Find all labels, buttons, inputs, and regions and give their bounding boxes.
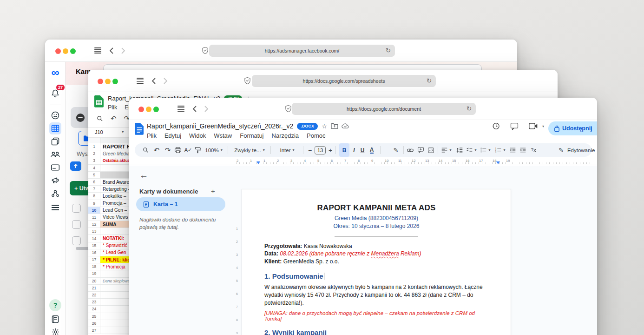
line-spacing-icon[interactable] [455,143,464,157]
paint-format-icon[interactable] [193,143,202,157]
decrease-font-icon[interactable]: − [307,143,313,157]
comments-icon[interactable] [510,122,519,130]
menu-widok[interactable]: Widok [189,132,206,139]
horizontal-ruler[interactable]: 2112345678910111213141516171819 [129,158,597,165]
docs-doc-title[interactable]: Raport_kampanii_GreenMedia_styczeń_2026r… [147,122,349,130]
reload-icon[interactable]: ↻ [467,103,472,115]
cell-reference[interactable]: J10 [95,129,103,135]
fb-row-checkbox[interactable] [72,204,81,213]
row-number[interactable]: 27 [88,327,100,334]
indent-marker-left[interactable] [256,161,260,164]
row-number[interactable]: 8 [88,193,100,200]
tab-karta-1[interactable]: Karta – 1 [136,197,225,211]
indent-marker-right[interactable] [496,161,500,164]
insert-image-icon[interactable] [427,143,435,157]
reports-notebook-icon[interactable] [49,313,61,325]
select-all-corner[interactable] [88,138,100,143]
row-number[interactable]: 15 [88,242,100,249]
row-number[interactable]: 22 [88,292,100,299]
menu-pomoc[interactable]: Pomoc [307,132,325,139]
document-page[interactable]: RAPORT KAMPANII META ADS Green Media (88… [242,189,511,335]
zoom-select[interactable]: 100% ▾ [203,143,225,157]
add-comment-icon[interactable] [416,143,425,157]
menu-wstaw[interactable]: Wstaw [214,132,232,139]
fb-folder-button[interactable] [70,161,82,173]
zoom-window-button[interactable] [112,79,118,84]
text-color-button[interactable]: A [368,143,375,157]
bulleted-list-select[interactable]: ▾ [480,143,492,157]
back-arrow-icon[interactable]: ← [139,170,148,181]
highlight-pen-icon[interactable]: ✎ [391,143,401,157]
share-button[interactable]: Udostępnij [548,121,597,135]
row-number[interactable]: 10 [88,207,100,214]
search-icon[interactable] [97,115,103,122]
spellcheck-icon[interactable]: A✓ [183,143,193,157]
row-number[interactable]: 6 [88,179,100,186]
forward-icon[interactable] [163,77,168,85]
cloud-saved-icon[interactable] [342,123,349,129]
ads-manager-home-icon[interactable] [49,109,61,121]
increase-indent-icon[interactable] [519,143,527,157]
row-number[interactable]: 20 [88,278,100,285]
privacy-shield-icon[interactable] [243,76,251,85]
back-icon[interactable] [192,105,197,113]
notifications-bell-icon[interactable]: 27 [49,87,61,100]
billing-icon[interactable] [49,161,61,174]
row-number[interactable]: 24 [88,306,100,313]
reload-icon[interactable]: ↻ [386,45,391,57]
row-number[interactable]: 9 [88,200,100,207]
row-number[interactable]: 23 [88,299,100,306]
search-icon[interactable] [141,143,150,157]
fb-url-bar[interactable]: https://adsmanager.facebook.com/ ↻ [209,45,395,57]
fb-row-checkbox[interactable] [72,236,81,245]
row-number[interactable]: 14 [88,235,100,242]
forward-icon[interactable] [204,105,209,113]
reader-list-icon[interactable] [94,47,101,54]
row-number[interactable]: 19 [88,270,100,277]
docs-url-bar[interactable]: https://docs.google.com/document ↻ [292,103,476,115]
undo-icon[interactable]: ↶ [152,143,161,157]
back-icon[interactable] [109,47,114,54]
back-icon[interactable] [151,77,156,85]
row-number[interactable]: 17 [88,256,100,263]
font-size-input[interactable]: 13 [314,143,326,157]
forward-icon[interactable] [121,47,125,54]
row-number[interactable]: 18 [88,263,100,270]
reload-icon[interactable]: ↻ [427,75,432,87]
minimize-window-button[interactable] [63,48,68,54]
zoom-window-button[interactable] [70,48,76,54]
row-number[interactable]: 3 [88,157,100,164]
row-number[interactable]: 5 [88,172,100,179]
editing-mode-button[interactable]: ✎ Edytowanie [559,143,597,157]
zoom-window-button[interactable] [153,107,159,112]
row-number[interactable]: 16 [88,249,100,256]
decrease-indent-icon[interactable] [508,143,517,157]
menu-formatuj[interactable]: Formatuj [240,132,263,139]
minimize-window-button[interactable] [105,79,111,84]
move-folder-icon[interactable] [331,123,338,129]
fb-row-checkbox[interactable] [72,220,81,229]
reader-list-icon[interactable] [177,106,184,112]
menu-plik[interactable]: Plik [108,104,117,111]
star-icon[interactable]: ☆ [322,123,327,130]
row-number[interactable]: 21 [88,285,100,292]
ads-megaphone-icon[interactable] [49,174,61,187]
reader-list-icon[interactable] [137,78,144,84]
pages-icon[interactable] [49,135,61,147]
assets-share-icon[interactable] [49,188,61,200]
print-icon[interactable] [174,143,182,157]
close-window-button[interactable] [98,79,103,84]
add-tab-icon[interactable]: + [211,187,215,195]
settings-gear-icon[interactable] [49,326,61,335]
menu-narzędzia[interactable]: Narzędzia [272,132,299,139]
align-select[interactable]: ▾ [440,143,453,157]
version-history-icon[interactable] [492,122,500,130]
menu-plik[interactable]: Plik [147,132,157,139]
chevron-down-icon[interactable]: ▾ [122,129,124,134]
minimize-window-button[interactable] [146,107,151,112]
meet-video-button[interactable]: ▾ [529,123,544,129]
italic-button[interactable]: I [350,143,358,157]
row-number[interactable]: 4 [88,165,100,172]
campaigns-table-icon[interactable] [49,122,61,134]
help-icon[interactable]: ? [49,299,61,311]
